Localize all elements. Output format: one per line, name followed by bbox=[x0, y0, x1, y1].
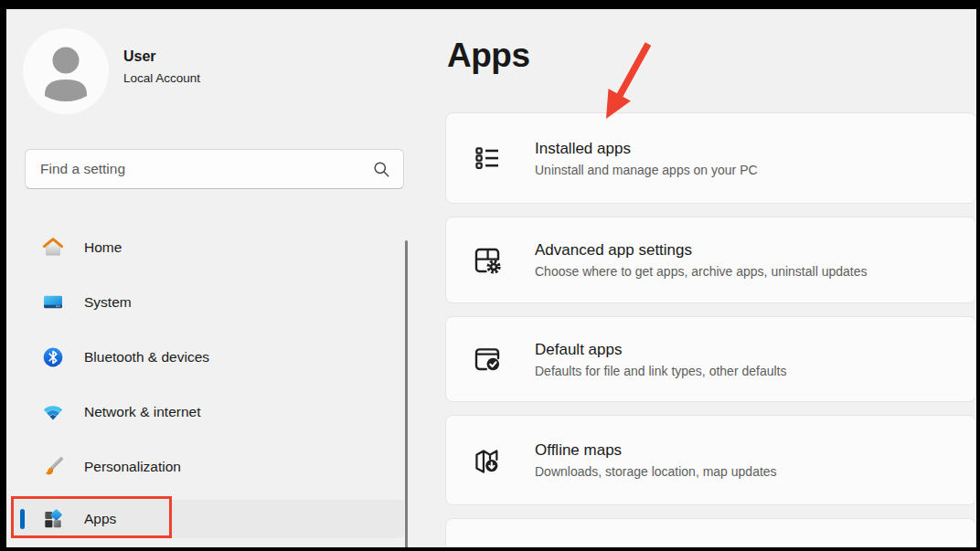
apps-icon bbox=[41, 507, 65, 531]
settings-card-offline-maps[interactable]: Offline maps Downloads, storage location… bbox=[445, 415, 976, 505]
sidebar-item-network-internet[interactable]: Network & internet bbox=[11, 393, 404, 431]
card-title: Offline maps bbox=[535, 441, 777, 460]
settings-card-apps-for-websites[interactable]: Apps for websites bbox=[445, 518, 976, 547]
card-subtitle: Downloads, storage location, map updates bbox=[535, 464, 777, 479]
card-subtitle: Defaults for file and link types, other … bbox=[535, 364, 786, 378]
advanced-app-settings-icon bbox=[471, 244, 504, 277]
sidebar-item-label: Bluetooth & devices bbox=[84, 338, 209, 376]
screenshot-root: User Local Account Home bbox=[0, 0, 980, 551]
sidebar-item-bluetooth-devices[interactable]: Bluetooth & devices bbox=[11, 338, 404, 376]
sidebar-item-system[interactable]: System bbox=[11, 283, 404, 322]
avatar bbox=[23, 28, 109, 114]
offline-maps-icon bbox=[471, 444, 504, 477]
personalization-icon bbox=[41, 455, 65, 479]
sidebar-item-label: Home bbox=[84, 228, 122, 267]
card-title: Installed apps bbox=[535, 140, 758, 158]
search-input[interactable] bbox=[40, 150, 369, 188]
settings-card-default-apps[interactable]: Default apps Defaults for file and link … bbox=[445, 316, 976, 402]
sidebar-item-label: Apps bbox=[84, 500, 116, 538]
sidebar-item-apps[interactable]: Apps bbox=[11, 500, 404, 538]
installed-apps-icon bbox=[471, 142, 504, 175]
card-title: Default apps bbox=[535, 341, 786, 359]
sidebar-item-label: Network & internet bbox=[84, 393, 201, 431]
bluetooth-icon bbox=[41, 345, 65, 369]
home-icon bbox=[41, 236, 65, 260]
settings-card-advanced-app-settings[interactable]: Advanced app settings Choose where to ge… bbox=[445, 217, 976, 303]
user-name: User bbox=[123, 48, 200, 65]
settings-window: User Local Account Home bbox=[6, 9, 976, 547]
sidebar-item-home[interactable]: Home bbox=[11, 228, 404, 267]
sidebar-item-label: Personalization bbox=[84, 448, 181, 486]
card-title: Advanced app settings bbox=[535, 241, 867, 260]
search-icon bbox=[373, 161, 390, 178]
person-icon bbox=[23, 28, 109, 114]
user-account-card[interactable]: User Local Account bbox=[23, 28, 389, 114]
page-title: Apps bbox=[447, 37, 530, 75]
card-subtitle: Choose where to get apps, archive apps, … bbox=[535, 264, 867, 279]
system-icon bbox=[41, 291, 65, 314]
sidebar-item-label: System bbox=[84, 283, 132, 322]
user-account-type: Local Account bbox=[123, 71, 200, 85]
sidebar-scrollbar[interactable] bbox=[405, 240, 408, 547]
search-box[interactable] bbox=[25, 149, 404, 189]
card-subtitle: Uninstall and manage apps on your PC bbox=[535, 163, 758, 177]
default-apps-icon bbox=[471, 343, 504, 376]
selected-indicator-pill bbox=[20, 509, 25, 529]
settings-card-installed-apps[interactable]: Installed apps Uninstall and manage apps… bbox=[445, 112, 976, 204]
sidebar-item-personalization[interactable]: Personalization bbox=[11, 448, 404, 486]
network-icon bbox=[41, 400, 65, 424]
